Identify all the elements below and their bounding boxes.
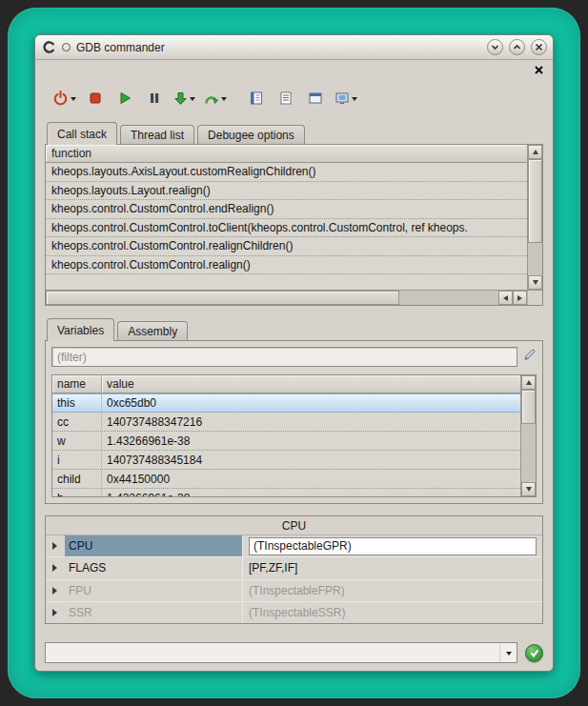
chevron-down-icon — [352, 97, 357, 104]
variables-panel: name value this 0xc65db0 cc 140737488347… — [45, 340, 543, 504]
callstack-tabbar: Call stack Thread list Debugee options — [45, 121, 543, 144]
name-column-header[interactable]: name — [52, 375, 102, 393]
ok-check-icon — [530, 649, 539, 657]
variable-row[interactable]: cc 140737488347216 — [52, 413, 520, 432]
variable-row[interactable]: w 1.43266961e-38 — [52, 432, 520, 451]
chevron-down-icon — [221, 97, 227, 104]
expander-icon[interactable] — [46, 587, 65, 595]
scroll-down-button[interactable] — [528, 275, 542, 290]
command-bar — [45, 641, 543, 664]
value-column-header[interactable]: value — [102, 375, 520, 393]
expander-icon[interactable] — [46, 564, 65, 572]
power-icon — [52, 91, 69, 107]
tab-call-stack[interactable]: Call stack — [47, 122, 117, 145]
callstack-row[interactable]: kheops.layouts.Layout.realign() — [46, 182, 527, 201]
chevron-down-icon — [491, 43, 499, 51]
step-over-button[interactable] — [204, 87, 227, 110]
chevron-up-icon — [513, 43, 521, 51]
scroll-thumb[interactable] — [521, 390, 536, 424]
debug-toolbar — [45, 85, 543, 111]
window-title: GDB commander — [76, 41, 165, 54]
cpu-panel: CPU CPU (TInspectableGPR) FLAGS [PF,ZF,I… — [45, 515, 543, 624]
variables-tabbar: Variables Assembly — [45, 317, 543, 340]
function-column-header[interactable]: function — [46, 145, 527, 163]
scroll-thumb[interactable] — [528, 159, 542, 243]
document-icon — [249, 91, 264, 106]
close-icon — [535, 43, 543, 51]
expander-icon[interactable] — [46, 609, 65, 616]
app-icon[interactable] — [41, 40, 56, 55]
command-input[interactable] — [46, 646, 499, 659]
scroll-up-button[interactable] — [521, 375, 536, 390]
tab-debugee-options[interactable]: Debugee options — [197, 125, 305, 144]
filter-input[interactable] — [51, 347, 517, 367]
cpu-value-editbox[interactable]: (TInspectableGPR) — [249, 537, 537, 555]
dock-close-button[interactable] — [533, 64, 544, 75]
gdb-commander-window: GDB commander — [34, 34, 554, 672]
screen-icon — [335, 91, 350, 106]
titlebar[interactable]: GDB commander — [35, 35, 553, 60]
cpu-row[interactable]: FLAGS [PF,ZF,IF] — [46, 557, 542, 579]
window-frame: GDB commander — [8, 8, 580, 698]
variable-row-selected[interactable]: this 0xc65db0 — [52, 393, 520, 413]
callstack-row[interactable]: kheops.control.CustomControl.toClient(kh… — [46, 219, 527, 238]
variables-table: name value this 0xc65db0 cc 140737488347… — [51, 374, 537, 497]
scroll-right-button[interactable] — [513, 291, 527, 305]
callstack-row[interactable]: kheops.control.CustomControl.realign() — [46, 256, 527, 275]
list-icon — [278, 91, 294, 106]
cpu-row-selected[interactable]: CPU (TInspectableGPR) — [46, 535, 542, 557]
window-icon — [308, 91, 323, 106]
scroll-left-button[interactable] — [498, 291, 513, 305]
command-combobox[interactable] — [45, 642, 517, 663]
callstack-panel: function kheops.layouts.AxisLayout.custo… — [45, 144, 543, 306]
list-button[interactable] — [275, 87, 296, 110]
step-into-button[interactable] — [173, 87, 195, 110]
callstack-row[interactable]: kheops.control.CustomControl.realignChil… — [46, 237, 527, 256]
step-into-icon — [173, 91, 188, 106]
cpu-panel-title: CPU — [46, 516, 542, 535]
scroll-up-button[interactable] — [528, 145, 542, 159]
scroll-down-button[interactable] — [521, 482, 536, 496]
chevron-down-icon — [190, 97, 195, 104]
chevron-down-icon — [71, 97, 76, 104]
callstack-row[interactable]: kheops.layouts.AxisLayout.customRealignC… — [46, 163, 527, 182]
close-icon — [535, 66, 543, 74]
variable-row[interactable]: child 0x44150000 — [52, 470, 520, 489]
chevron-down-icon — [506, 652, 512, 658]
callstack-row[interactable]: kheops.control.CustomControl.endRealign(… — [46, 200, 527, 219]
pause-button[interactable] — [144, 87, 165, 110]
screen-button[interactable] — [335, 87, 357, 110]
variable-row[interactable]: b 1.43266961e-38 — [52, 489, 520, 496]
power-button[interactable] — [52, 87, 76, 110]
scrollbar-corner — [527, 291, 542, 305]
callstack-list: function kheops.layouts.AxisLayout.custo… — [46, 145, 527, 290]
minimize-button[interactable] — [487, 39, 503, 55]
tab-assembly[interactable]: Assembly — [117, 321, 188, 340]
tab-variables[interactable]: Variables — [47, 318, 114, 341]
filter-options-icon[interactable] — [522, 348, 537, 366]
combobox-dropdown-button[interactable] — [499, 643, 517, 662]
cpu-row-disabled[interactable]: SSR (TInspectableSSR) — [46, 602, 542, 623]
close-button[interactable] — [531, 39, 547, 55]
step-over-icon — [204, 91, 219, 106]
stop-icon — [89, 91, 102, 105]
maximize-button[interactable] — [509, 39, 525, 55]
tab-thread-list[interactable]: Thread list — [120, 125, 194, 144]
window-button[interactable] — [305, 87, 326, 110]
run-icon — [118, 91, 132, 105]
ok-button[interactable] — [525, 644, 543, 662]
document-button[interactable] — [246, 87, 267, 110]
cpu-row-disabled[interactable]: FPU (TInspectableFPR) — [46, 580, 542, 602]
variables-vertical-scrollbar[interactable] — [520, 375, 536, 496]
scroll-thumb[interactable] — [46, 291, 399, 305]
expander-icon[interactable] — [46, 542, 65, 550]
stop-button[interactable] — [85, 87, 106, 110]
variable-row[interactable]: i 140737488345184 — [52, 451, 520, 470]
dock-content: Call stack Thread list Debugee options f… — [35, 60, 553, 672]
pause-icon — [148, 91, 161, 105]
callstack-horizontal-scrollbar[interactable] — [46, 290, 542, 305]
app-menu-icon[interactable] — [62, 43, 71, 51]
run-button[interactable] — [114, 87, 135, 110]
callstack-vertical-scrollbar[interactable] — [527, 145, 542, 290]
